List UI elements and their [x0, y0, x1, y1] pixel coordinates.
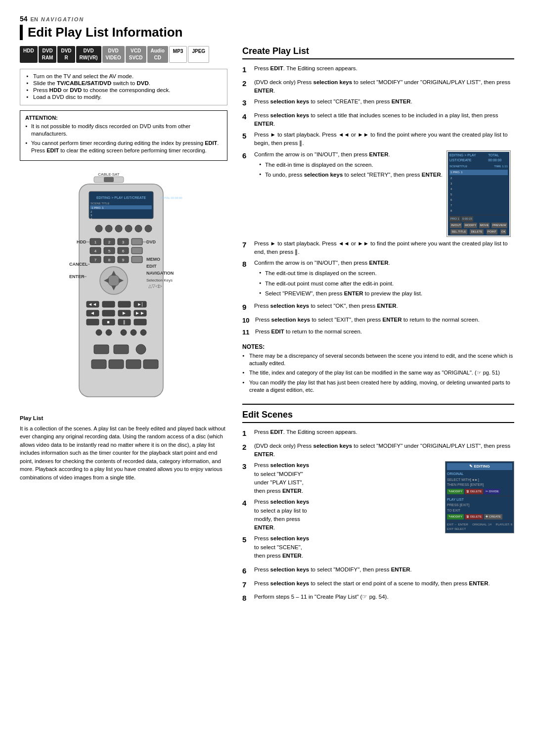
- svg-point-16: [105, 225, 112, 232]
- remote-svg: CABLE·SAT TV DVD EDITING > PLAY LIST/CRE…: [49, 167, 198, 409]
- svg-text:3: 3: [122, 240, 125, 244]
- step-8-bullet-2: ●The edit-out point must come after the …: [259, 280, 514, 288]
- svg-rect-88: [126, 360, 141, 369]
- step-6-bullet-2: ●To undo, press selection keys to select…: [259, 171, 443, 179]
- badge-dvd-r: DVDR: [57, 46, 75, 63]
- svg-text:6: 6: [122, 249, 125, 253]
- svg-text:5: 5: [108, 249, 111, 253]
- svg-rect-41: [132, 256, 142, 263]
- svg-point-17: [115, 225, 122, 232]
- svg-text:EDITING > PLAY LIST/CREATE: EDITING > PLAY LIST/CREATE: [96, 196, 146, 199]
- svg-text:1  PRO. 1: 1 PRO. 1: [91, 206, 104, 209]
- step-2: 2 (DVD deck only) Press selection keys t…: [242, 78, 514, 95]
- svg-rect-34: [132, 247, 142, 254]
- step-6: 6 Confirm the arrow is on "IN/OUT", then…: [242, 150, 514, 237]
- attention-item-2: You cannot perform timer recording durin…: [25, 140, 222, 155]
- lang-label: EN: [31, 16, 38, 22]
- svg-point-78: [96, 330, 102, 335]
- edit-scenes-steps: 1 Press EDIT. The Editing screen appears…: [242, 428, 514, 604]
- bullet-2: Slide the TV/CABLE/SAT/DVD switch to DVD…: [26, 80, 221, 86]
- step-5: 5 Press ► to start playback. Press ◄◄ or…: [242, 131, 514, 148]
- setup-bullets: Turn on the TV and select the AV mode. S…: [20, 69, 227, 105]
- svg-rect-62: [118, 301, 131, 307]
- create-playlist-title: Create Play List: [242, 46, 514, 59]
- badge-hdd: HDD: [20, 46, 38, 63]
- svg-text:TOTAL 00:00:00: TOTAL 00:00:00: [161, 196, 182, 199]
- playlist-desc-text: It is a collection of the scenes. A play…: [20, 425, 227, 482]
- svg-point-19: [135, 225, 142, 232]
- svg-text:CANCEL: CANCEL: [69, 262, 88, 267]
- note-3: You can modify the play list that has ju…: [242, 379, 514, 394]
- svg-point-80: [121, 330, 127, 335]
- svg-text:HDD: HDD: [77, 239, 87, 244]
- edit-scenes-title: Edit Scenes: [242, 410, 514, 423]
- svg-text:EDIT: EDIT: [146, 264, 157, 269]
- attention-item-1: It is not possible to modify discs recor…: [25, 123, 222, 138]
- notes-box: NOTES: There may be a discrepancy of sev…: [242, 343, 514, 394]
- es-step-7: 7 Press selection keys to select the sta…: [242, 579, 514, 591]
- bullet-1: Turn on the TV and select the AV mode.: [26, 73, 221, 79]
- create-playlist-section: Create Play List 1 Press EDIT. The Editi…: [242, 46, 514, 394]
- svg-text:△▽◁▷: △▽◁▷: [148, 284, 162, 288]
- badge-jpeg: JPEG: [188, 46, 209, 63]
- step-11: 11 Press EDIT to return to the normal sc…: [242, 328, 514, 337]
- svg-rect-67: [102, 310, 115, 316]
- playlist-description: Play List It is a collection of the scen…: [20, 414, 227, 482]
- svg-point-85: [136, 344, 146, 354]
- step-1: 1 Press EDIT. The Editing screen appears…: [242, 64, 514, 76]
- svg-rect-84: [114, 345, 129, 354]
- svg-point-79: [106, 330, 112, 335]
- es-step-3: 3 Press selection keysto select "MODIFY"…: [242, 461, 440, 495]
- svg-text:►: ►: [122, 310, 127, 316]
- svg-rect-27: [132, 238, 142, 245]
- svg-rect-87: [109, 360, 124, 369]
- svg-text:SCENE  TITLE: SCENE TITLE: [90, 202, 110, 205]
- badge-mp3: MP3: [169, 46, 187, 63]
- section-divider: [242, 404, 514, 405]
- svg-rect-89: [143, 360, 158, 369]
- badge-vcd: VCDSVCD: [126, 46, 146, 63]
- step-9: 9 Press selection keys to select "OK", t…: [242, 302, 514, 313]
- note-2: The title, index and category of the pla…: [242, 369, 514, 377]
- notes-title: NOTES:: [242, 343, 514, 350]
- svg-text:Selection Keys: Selection Keys: [146, 278, 173, 283]
- step-6-thumbnail: EDITING > PLAY LIST/CREATE TOTAL 00:00:0…: [446, 150, 511, 237]
- page-number: 54: [20, 15, 28, 23]
- edit-scenes-thumbnail: ✎ EDITING ORIGINAL SELECT WITH[◄►]THEN P…: [445, 461, 514, 533]
- svg-rect-83: [94, 345, 109, 354]
- step-4: 4 Press selection keys to select a title…: [242, 111, 514, 129]
- section-label: NAVIGATION: [41, 16, 84, 22]
- svg-text:CABLE·SAT: CABLE·SAT: [98, 172, 120, 177]
- edit-scenes-section: Edit Scenes 1 Press EDIT. The Editing sc…: [242, 410, 514, 604]
- svg-point-20: [145, 225, 152, 232]
- step-8-bullet-1: ●The edit-out time is displayed on the s…: [259, 269, 514, 278]
- note-1: There may be a discrepancy of several se…: [242, 352, 514, 368]
- bullet-3: Press HDD or DVD to choose the correspon…: [26, 87, 221, 93]
- right-column: Create Play List 1 Press EDIT. The Editi…: [242, 46, 514, 607]
- svg-text:NAVIGATION: NAVIGATION: [146, 271, 174, 276]
- es-step-4: 4 Press selection keysto select a play l…: [242, 498, 440, 532]
- remote-illustration: CABLE·SAT TV DVD EDITING > PLAY LIST/CRE…: [20, 167, 227, 409]
- svg-text:1: 1: [94, 240, 97, 244]
- es-step-6: 6 Press selection keys to select "MODIFY…: [242, 566, 514, 577]
- es-step-8: 8 Perform steps 5 – 11 in "Create Play L…: [242, 593, 514, 604]
- svg-text:◄: ◄: [90, 310, 95, 316]
- svg-text:◄◄: ◄◄: [88, 302, 97, 307]
- svg-rect-86: [91, 360, 106, 369]
- svg-rect-61: [102, 301, 115, 307]
- page-header: 54 EN NAVIGATION: [20, 15, 514, 23]
- svg-point-81: [131, 330, 136, 335]
- svg-text:►|: ►|: [137, 302, 142, 307]
- svg-point-18: [125, 225, 132, 232]
- step-8: 8 Confirm the arrow is on "IN/OUT", then…: [242, 259, 514, 299]
- svg-text:7: 7: [94, 258, 97, 262]
- step-6-bullet-1: ●The edit-in time is displayed on the sc…: [259, 161, 443, 169]
- es-step-5: 5 Press selection keysto select "SCENE",…: [242, 534, 440, 560]
- bullet-4: Load a DVD disc to modify.: [26, 94, 221, 100]
- create-playlist-steps: 1 Press EDIT. The Editing screen appears…: [242, 64, 514, 337]
- attention-box: ATTENTION: It is not possible to modify …: [20, 110, 227, 161]
- badge-audio-cd: AudioCD: [147, 46, 168, 63]
- step-3: 3 Press selection keys to select "CREATE…: [242, 97, 514, 109]
- svg-rect-72: [87, 319, 99, 325]
- es-steps-3-5-group: 3 Press selection keysto select "MODIFY"…: [242, 461, 514, 563]
